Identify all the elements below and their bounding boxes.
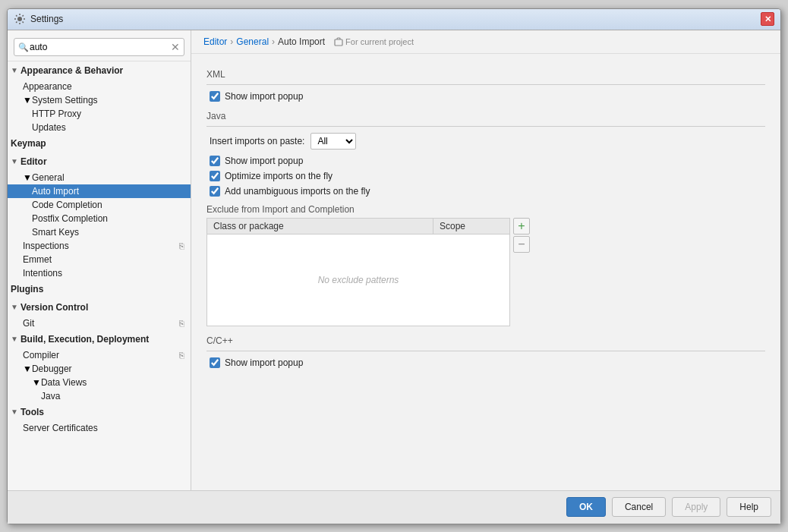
cpp-show-import-label: Show import popup (225, 357, 303, 368)
cpp-section-title: C/C++ (206, 335, 765, 346)
optimize-imports-label: Optimize imports on the fly (225, 171, 333, 181)
cpp-divider (206, 351, 765, 351)
table-buttons: + − (513, 218, 530, 253)
exclude-table: Class or package Scope No exclude patter… (206, 218, 510, 326)
sidebar-item-version-control[interactable]: ▼ Version Control (8, 298, 191, 316)
sidebar-item-general[interactable]: ▼ General (8, 171, 191, 184)
cancel-button[interactable]: Cancel (612, 497, 666, 517)
content-area: 🔍 ✕ ▼ Appearance & Behavior Appearance ▼… (8, 30, 780, 490)
ok-button[interactable]: OK (566, 497, 606, 517)
svg-point-0 (17, 17, 22, 21)
apply-button[interactable]: Apply (672, 497, 720, 517)
sidebar-item-postfix-completion[interactable]: Postfix Completion (8, 212, 191, 225)
search-input[interactable] (14, 38, 184, 56)
sidebar-label: Updates (32, 122, 66, 133)
xml-show-import-checkbox[interactable] (210, 91, 220, 102)
sidebar-item-emmet[interactable]: Emmet (8, 253, 191, 266)
no-patterns-text: No exclude patterns (318, 275, 399, 285)
sidebar-label: Appearance & Behavior (20, 65, 123, 76)
sidebar-label: Keymap (11, 138, 46, 149)
add-unambiguous-label: Add unambiguous imports on the fly (225, 186, 370, 197)
sidebar-item-code-completion[interactable]: Code Completion (8, 198, 191, 212)
java-show-import-label: Show import popup (225, 156, 303, 166)
for-current-project: For current project (334, 37, 414, 46)
col-scope-header: Scope (433, 219, 509, 234)
settings-window: Settings ✕ 🔍 ✕ ▼ Appearance & Behavior A… (7, 8, 781, 524)
expand-arrow: ▼ (11, 66, 18, 74)
cpp-show-import-checkbox[interactable] (210, 357, 220, 368)
sidebar-item-auto-import[interactable]: Auto Import (8, 184, 191, 198)
sidebar-label: System Settings (32, 95, 98, 105)
expand-arrow: ▼ (11, 335, 18, 343)
xml-section-title: XML (206, 69, 765, 80)
help-button[interactable]: Help (727, 497, 771, 517)
sidebar-item-git[interactable]: Git ⎘ (8, 316, 191, 330)
settings-icon (14, 13, 26, 25)
sidebar-item-smart-keys[interactable]: Smart Keys (8, 225, 191, 239)
bottom-bar: OK Cancel Apply Help (8, 490, 780, 524)
sidebar-item-build-execution[interactable]: ▼ Build, Execution, Deployment (8, 330, 191, 348)
expand-arrow: ▼ (11, 303, 18, 311)
sidebar-item-inspections[interactable]: Inspections ⎘ (8, 239, 191, 253)
copy-icon: ⎘ (179, 351, 184, 360)
sidebar-item-java-sub[interactable]: Java (8, 389, 191, 403)
sidebar-label: General (32, 172, 65, 183)
sidebar-item-http-proxy[interactable]: HTTP Proxy (8, 107, 191, 121)
optimize-imports-checkbox[interactable] (210, 171, 220, 181)
xml-divider (206, 84, 765, 85)
sidebar-item-debugger[interactable]: ▼ Debugger (8, 362, 191, 376)
sidebar-item-updates[interactable]: Updates (8, 121, 191, 134)
insert-imports-select[interactable]: All Ask None (310, 133, 356, 150)
expand-arrow: ▼ (23, 172, 32, 183)
expand-arrow: ▼ (23, 364, 32, 374)
java-show-import-checkbox[interactable] (210, 156, 220, 166)
sidebar-label: Debugger (32, 364, 72, 374)
sidebar-item-keymap[interactable]: Keymap (8, 134, 191, 153)
sidebar-label: Intentions (23, 268, 62, 279)
sidebar-label: Auto Import (32, 186, 79, 197)
java-show-import-row: Show import popup (206, 156, 765, 166)
sidebar-label: Tools (20, 407, 44, 417)
breadcrumb: Editor › General › Auto Import For curre… (191, 30, 780, 54)
sidebar-label: Emmet (23, 254, 52, 265)
breadcrumb-general[interactable]: General (236, 36, 269, 47)
title-bar-left: Settings (14, 13, 63, 25)
breadcrumb-editor[interactable]: Editor (203, 36, 227, 47)
for-current-project-label: For current project (345, 37, 414, 46)
sidebar-label: Compiler (23, 350, 59, 360)
sidebar-label: Server Certificates (23, 423, 98, 433)
xml-show-import-row: Show import popup (206, 91, 765, 102)
search-icon: 🔍 (18, 42, 29, 52)
search-clear-icon[interactable]: ✕ (171, 41, 180, 53)
insert-imports-label: Insert imports on paste: (210, 136, 304, 146)
sidebar-item-tools[interactable]: ▼ Tools (8, 403, 191, 421)
sidebar-label: Editor (20, 156, 47, 167)
sidebar: 🔍 ✕ ▼ Appearance & Behavior Appearance ▼… (8, 30, 191, 490)
remove-pattern-button[interactable]: − (513, 236, 530, 253)
xml-show-import-label: Show import popup (225, 91, 303, 102)
svg-rect-1 (335, 39, 342, 46)
sidebar-item-compiler[interactable]: Compiler ⎘ (8, 348, 191, 362)
sidebar-item-server-certificates[interactable]: Server Certificates (8, 421, 191, 435)
sidebar-label: Inspections (23, 241, 69, 251)
breadcrumb-sep-2: › (272, 36, 275, 47)
close-button[interactable]: ✕ (761, 12, 774, 26)
sidebar-item-plugins[interactable]: Plugins (8, 280, 191, 298)
add-unambiguous-row: Add unambiguous imports on the fly (206, 186, 765, 197)
sidebar-item-data-views[interactable]: ▼ Data Views (8, 376, 191, 389)
search-wrap: 🔍 ✕ (8, 33, 191, 61)
exclude-table-wrap: Class or package Scope No exclude patter… (206, 218, 765, 326)
sidebar-item-intentions[interactable]: Intentions (8, 266, 191, 280)
sidebar-item-system-settings[interactable]: ▼ System Settings (8, 93, 191, 107)
add-pattern-button[interactable]: + (513, 218, 530, 235)
sidebar-item-appearance-behavior[interactable]: ▼ Appearance & Behavior (8, 61, 191, 80)
table-body: No exclude patterns (207, 235, 509, 326)
add-unambiguous-checkbox[interactable] (210, 186, 220, 197)
sidebar-item-editor[interactable]: ▼ Editor (8, 153, 191, 171)
col-class-header: Class or package (207, 219, 433, 234)
expand-arrow: ▼ (11, 408, 18, 416)
copy-icon: ⎘ (179, 241, 184, 250)
sidebar-item-appearance[interactable]: Appearance (8, 80, 191, 93)
settings-panel: XML Show import popup Java Insert import… (191, 54, 780, 490)
sidebar-label: Postfix Completion (32, 213, 108, 224)
